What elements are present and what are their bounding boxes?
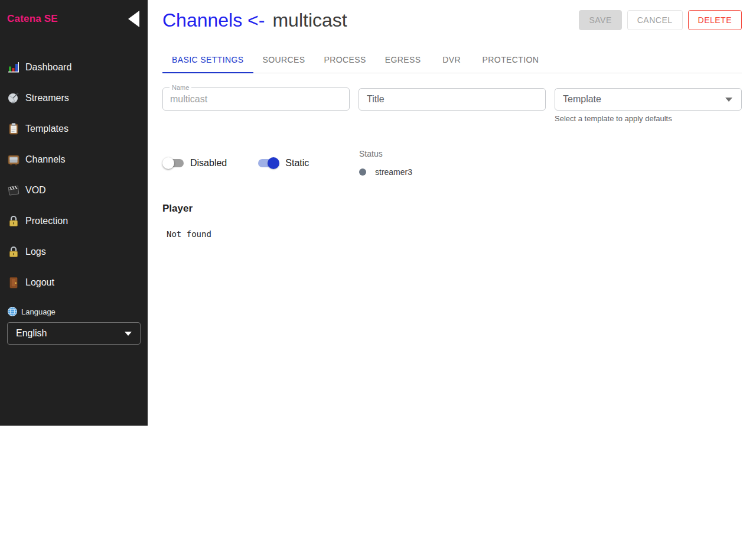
- tab-egress[interactable]: EGRESS: [376, 47, 431, 73]
- static-toggle-label: Static: [285, 158, 309, 168]
- tab-protection[interactable]: PROTECTION: [473, 47, 549, 73]
- breadcrumb-channels-link[interactable]: Channels <-: [162, 9, 265, 31]
- template-select-label: Template: [563, 94, 601, 105]
- tab-dvr[interactable]: DVR: [431, 47, 473, 73]
- title-field[interactable]: Title: [359, 88, 546, 111]
- sidebar-item-logout[interactable]: Logout: [0, 267, 148, 298]
- static-toggle-group[interactable]: Static: [258, 149, 309, 177]
- cancel-button[interactable]: CANCEL: [627, 10, 683, 30]
- delete-button[interactable]: DELETE: [688, 10, 742, 30]
- sidebar-item-label: Streamers: [25, 93, 69, 103]
- language-select[interactable]: English: [7, 322, 141, 345]
- tab-bar: BASIC SETTINGS SOURCES PROCESS EGRESS DV…: [162, 47, 742, 73]
- globe-icon: [7, 306, 18, 317]
- tv-icon: [7, 153, 20, 166]
- sidebar-item-label: Templates: [25, 124, 69, 134]
- sidebar-item-label: VOD: [25, 185, 46, 196]
- sidebar-item-label: Dashboard: [25, 62, 71, 73]
- tab-basic-settings[interactable]: BASIC SETTINGS: [162, 47, 253, 73]
- door-icon: [7, 276, 20, 289]
- language-label-row: Language: [0, 306, 148, 317]
- player-heading: Player: [162, 203, 742, 215]
- status-label: Status: [359, 149, 412, 158]
- brand-logo: Catena SE: [7, 13, 58, 25]
- clapperboard-icon: [7, 184, 20, 197]
- lock-icon: [7, 245, 20, 258]
- status-streamer-name: streamer3: [375, 167, 412, 177]
- page-header: Channels <- multicast SAVE CANCEL DELETE: [162, 8, 742, 32]
- sidebar-item-logs[interactable]: Logs: [0, 236, 148, 267]
- disabled-toggle-group[interactable]: Disabled: [162, 149, 227, 177]
- status-dot-icon: [359, 168, 366, 176]
- sidebar-brand-row: Catena SE: [0, 2, 148, 35]
- lock-icon: [7, 215, 20, 228]
- disabled-toggle[interactable]: [162, 157, 184, 169]
- sidebar-item-templates[interactable]: Templates: [0, 114, 148, 144]
- name-field[interactable]: Name multicast: [162, 88, 350, 111]
- template-select[interactable]: Template: [555, 88, 742, 111]
- chevron-down-icon: [725, 98, 732, 102]
- language-selected-value: English: [16, 328, 47, 339]
- channel-name-title: multicast: [272, 9, 347, 31]
- static-toggle[interactable]: [258, 157, 279, 169]
- sidebar-item-channels[interactable]: Channels: [0, 144, 148, 175]
- save-button[interactable]: SAVE: [579, 10, 621, 30]
- language-label: Language: [21, 307, 56, 316]
- sidebar-item-label: Logs: [25, 247, 46, 257]
- basic-settings-fields: Name multicast Title Template Select a t…: [162, 88, 742, 123]
- sidebar-item-label: Channels: [25, 154, 66, 165]
- name-field-value: multicast: [170, 88, 207, 111]
- player-not-found-message: Not found: [167, 229, 742, 239]
- sidebar-item-vod[interactable]: VOD: [0, 175, 148, 206]
- sidebar-item-protection[interactable]: Protection: [0, 206, 148, 236]
- sidebar: Catena SE Dashboard Streamers Templates: [0, 0, 148, 426]
- sidebar-item-label: Protection: [25, 216, 68, 226]
- page-title: Channels <- multicast: [162, 9, 347, 31]
- status-item: streamer3: [359, 167, 412, 177]
- sidebar-item-label: Logout: [25, 277, 54, 288]
- clipboard-icon: [7, 122, 20, 135]
- tab-process[interactable]: PROCESS: [315, 47, 376, 73]
- chevron-left-icon[interactable]: [128, 11, 139, 27]
- main-content: Channels <- multicast SAVE CANCEL DELETE…: [148, 0, 756, 535]
- title-field-label: Title: [367, 94, 384, 105]
- action-buttons: SAVE CANCEL DELETE: [579, 10, 742, 30]
- sidebar-menu: Dashboard Streamers Templates Channels V…: [0, 52, 148, 298]
- toggles-status-row: Disabled Static Status streamer3: [162, 149, 742, 177]
- satellite-dish-icon: [7, 92, 20, 105]
- bar-chart-icon: [7, 61, 20, 74]
- tab-sources[interactable]: SOURCES: [253, 47, 315, 73]
- chevron-down-icon: [125, 332, 132, 336]
- disabled-toggle-label: Disabled: [190, 158, 227, 168]
- sidebar-item-streamers[interactable]: Streamers: [0, 83, 148, 114]
- template-helper-text: Select a template to apply defaults: [555, 114, 742, 123]
- sidebar-item-dashboard[interactable]: Dashboard: [0, 52, 148, 83]
- status-section: Status streamer3: [359, 149, 412, 177]
